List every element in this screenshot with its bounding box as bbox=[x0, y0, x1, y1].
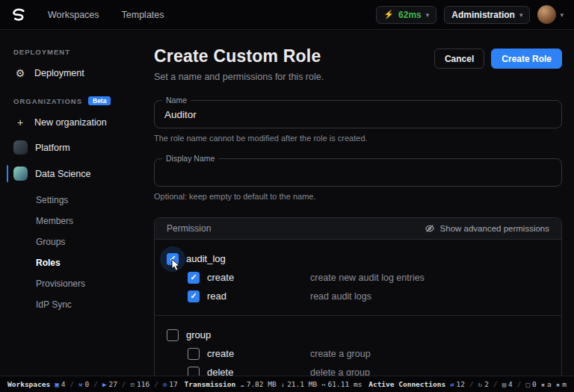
permission-action-row: delete delete a group bbox=[167, 363, 549, 376]
audit-log-checkbox[interactable] bbox=[167, 253, 179, 265]
sidebar-item-label: Data Science bbox=[35, 169, 90, 179]
building-workspaces-icon: ⚒ bbox=[78, 381, 82, 388]
name-field: Name bbox=[154, 100, 562, 128]
mouse-cursor bbox=[171, 258, 182, 275]
action-description: delete a group bbox=[310, 367, 370, 376]
permission-column-header: Permission bbox=[167, 223, 211, 234]
divider bbox=[155, 315, 561, 316]
chevron-down-icon: ▾ bbox=[426, 11, 430, 19]
sidebar-item-provisioners[interactable]: Provisioners bbox=[0, 274, 142, 293]
metrics-icon: ▪ bbox=[556, 381, 560, 388]
sidebar-item-label: New organization bbox=[34, 117, 107, 128]
action-description: read audit logs bbox=[310, 291, 371, 302]
show-advanced-permissions-button[interactable]: Show advanced permissions bbox=[425, 223, 549, 234]
sidebar: DEPLOYMENT ⚙ Deployment ORGANIZATIONS Be… bbox=[0, 30, 142, 376]
group-create-checkbox[interactable] bbox=[188, 348, 200, 360]
gear-icon: ⚙ bbox=[13, 67, 27, 79]
agent-icon: ▪ bbox=[541, 381, 545, 388]
action-name: delete bbox=[207, 367, 303, 376]
latency-badge[interactable]: ⚡ 62ms ▾ bbox=[376, 6, 436, 24]
permission-group-row: audit_log bbox=[167, 249, 549, 268]
name-helper-text: The role name cannot be modified after t… bbox=[154, 134, 562, 143]
workspaces-stats: Workspaces ▣4 / ⚒0 / ▶27 / ⊡116 / ⊙17 bbox=[7, 380, 178, 388]
eye-off-icon bbox=[425, 223, 435, 234]
page-subtitle: Set a name and permissions for this role… bbox=[154, 72, 324, 82]
coder-logo[interactable] bbox=[10, 8, 28, 21]
administration-dropdown[interactable]: Administration ▾ bbox=[444, 6, 530, 24]
sidebar-item-new-organization[interactable]: + New organization bbox=[0, 111, 142, 134]
action-name: read bbox=[207, 290, 303, 302]
cloud-icon: ☁ bbox=[240, 381, 244, 388]
user-menu[interactable]: ▾ bbox=[537, 5, 564, 24]
name-input[interactable] bbox=[155, 101, 561, 128]
coder-logo-icon bbox=[10, 8, 28, 21]
org-submenu: Settings Members Groups Roles Provisione… bbox=[0, 190, 142, 314]
terminal-icon: ▤ bbox=[502, 381, 506, 388]
cancel-button[interactable]: Cancel bbox=[434, 49, 484, 69]
display-name-input[interactable] bbox=[155, 159, 561, 186]
chevron-down-icon: ▾ bbox=[519, 11, 523, 19]
sidebar-item-groups[interactable]: Groups bbox=[0, 232, 142, 252]
group-checkbox[interactable] bbox=[167, 329, 179, 341]
audit-log-read-checkbox[interactable] bbox=[188, 290, 200, 302]
topbar-right: ⚡ 62ms ▾ Administration ▾ ▾ bbox=[376, 5, 564, 24]
audit-log-create-checkbox[interactable] bbox=[188, 272, 200, 284]
nav-templates[interactable]: Templates bbox=[122, 10, 164, 20]
sidebar-item-org-platform[interactable]: Platform bbox=[0, 135, 142, 160]
sidebar-item-members[interactable]: Members bbox=[0, 211, 142, 231]
main-content: Create Custom Role Set a name and permis… bbox=[142, 30, 574, 376]
permissions-header: Permission Show advanced permissions bbox=[155, 218, 561, 240]
org-avatar bbox=[13, 140, 28, 155]
total-workspaces-icon: ⊡ bbox=[131, 381, 135, 388]
sidebar-item-org-data-science[interactable]: Data Science bbox=[0, 161, 142, 186]
action-name: create bbox=[207, 348, 303, 359]
latency-value: 62ms bbox=[398, 10, 422, 20]
workspaces-stats-label: Workspaces bbox=[7, 380, 50, 388]
latency-icon: ↔ bbox=[321, 381, 325, 388]
download-icon: ↓ bbox=[281, 381, 285, 388]
create-role-button[interactable]: Create Role bbox=[491, 49, 562, 69]
stopped-workspaces-icon: ▣ bbox=[55, 381, 58, 388]
org-avatar bbox=[13, 167, 28, 181]
nav-workspaces[interactable]: Workspaces bbox=[48, 10, 99, 20]
permission-group-name: audit_log bbox=[186, 253, 226, 264]
permission-action-row: create create new audit log entries bbox=[167, 268, 549, 287]
sidebar-item-label: Platform bbox=[35, 143, 70, 153]
chevron-down-icon: ▾ bbox=[560, 11, 564, 19]
group-delete-checkbox[interactable] bbox=[188, 367, 200, 376]
display-name-field-label: Display Name bbox=[162, 154, 218, 163]
plus-icon: + bbox=[13, 116, 27, 128]
active-connections-stats: Active Connections ⇄12 / ↻2 / ▤4 / □0 ▪a… bbox=[368, 380, 567, 388]
name-field-label: Name bbox=[162, 96, 191, 105]
permission-action-row: read read audit logs bbox=[167, 287, 549, 305]
sidebar-item-roles[interactable]: Roles bbox=[0, 253, 142, 273]
permissions-panel: Permission Show advanced permissions bbox=[154, 217, 562, 376]
page-title: Create Custom Role bbox=[154, 46, 324, 66]
organizations-section-header: ORGANIZATIONS Beta bbox=[0, 96, 142, 105]
administration-label: Administration bbox=[451, 10, 515, 20]
sidebar-item-label: Deployment bbox=[34, 68, 84, 78]
permission-action-row: create create a group bbox=[167, 344, 549, 363]
reconnect-icon: ↻ bbox=[478, 381, 482, 388]
user-avatar bbox=[537, 5, 556, 24]
transmission-stats-label: Transmission bbox=[185, 380, 236, 388]
sidebar-item-idp-sync[interactable]: IdP Sync bbox=[0, 295, 142, 314]
running-workspaces-icon: ▶ bbox=[102, 381, 106, 388]
display-name-field: Display Name bbox=[154, 158, 562, 187]
display-name-helper-text: Optional: keep empty to default to the n… bbox=[154, 192, 562, 201]
sidebar-item-deployment[interactable]: ⚙ Deployment bbox=[0, 62, 142, 84]
action-description: create a group bbox=[310, 349, 371, 359]
network-icon: ⇄ bbox=[450, 381, 454, 388]
pending-workspaces-icon: ⊙ bbox=[163, 381, 167, 388]
active-connections-label: Active Connections bbox=[368, 380, 445, 388]
sidebar-item-settings[interactable]: Settings bbox=[0, 190, 142, 210]
beta-badge: Beta bbox=[88, 96, 111, 105]
permission-group-row: group bbox=[167, 326, 549, 344]
action-name: create bbox=[207, 272, 303, 283]
action-description: create new audit log entries bbox=[310, 273, 425, 283]
permission-group-name: group bbox=[186, 329, 211, 340]
transmission-stats: Transmission ☁7.82 MB ↓21.1 MB ↔61.11 ms bbox=[185, 380, 362, 388]
apps-icon: □ bbox=[526, 381, 530, 388]
deployment-section-header: DEPLOYMENT bbox=[0, 48, 142, 56]
latency-icon: ⚡ bbox=[383, 10, 394, 19]
